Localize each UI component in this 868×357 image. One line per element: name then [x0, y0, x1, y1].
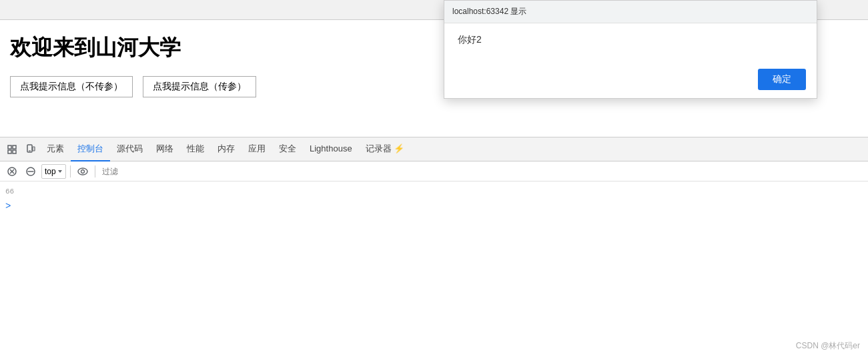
alert-footer: 确定 — [444, 63, 817, 98]
alert-body: 你好2 — [444, 23, 817, 63]
line-number: 66 — [5, 186, 25, 198]
tab-performance[interactable]: 性能 — [180, 137, 211, 161]
svg-rect-2 — [8, 150, 11, 153]
tab-security[interactable]: 安全 — [272, 137, 303, 161]
filter-input[interactable] — [99, 165, 153, 177]
console-line-66: 66 — [0, 184, 868, 199]
eye-icon[interactable] — [75, 163, 91, 180]
alert-dialog: localhost:63342 显示 你好2 确定 — [444, 0, 817, 99]
devtools-device-icon[interactable] — [21, 140, 40, 159]
tab-memory[interactable]: 内存 — [211, 137, 242, 161]
svg-rect-1 — [13, 145, 16, 149]
tab-recorder[interactable]: 记录器 ⚡ — [359, 137, 412, 161]
alert-header: localhost:63342 显示 — [444, 1, 817, 23]
tab-elements[interactable]: 元素 — [40, 137, 71, 161]
svg-rect-3 — [13, 150, 16, 153]
console-block-icon[interactable] — [23, 163, 39, 180]
svg-rect-0 — [8, 145, 11, 149]
tab-application[interactable]: 应用 — [242, 137, 272, 161]
svg-marker-12 — [58, 170, 62, 173]
context-label: top — [45, 167, 56, 176]
no-param-button[interactable]: 点我提示信息（不传参） — [10, 76, 133, 97]
with-param-button[interactable]: 点我提示信息（传参） — [143, 76, 256, 97]
console-clear-button[interactable] — [4, 163, 20, 180]
console-prompt-symbol: > — [5, 200, 15, 212]
tab-console[interactable]: 控制台 — [71, 137, 110, 161]
svg-rect-6 — [33, 147, 35, 151]
toolbar-divider2 — [95, 165, 95, 177]
devtools-inspect-icon[interactable] — [3, 140, 21, 159]
devtools-tabs-bar: 元素 控制台 源代码 网络 性能 内存 应用 安全 Lighthouse 记录器… — [0, 137, 868, 161]
alert-ok-button[interactable]: 确定 — [758, 69, 806, 90]
devtools-panel: 元素 控制台 源代码 网络 性能 内存 应用 安全 Lighthouse 记录器… — [0, 137, 868, 328]
context-selector[interactable]: top — [41, 164, 66, 179]
console-prompt-line: > — [0, 199, 868, 214]
console-toolbar: top — [0, 161, 868, 182]
tab-lighthouse[interactable]: Lighthouse — [303, 137, 359, 161]
tab-sources[interactable]: 源代码 — [110, 137, 149, 161]
csdn-watermark: CSDN @林代码er — [796, 340, 860, 352]
alert-message: 你好2 — [458, 34, 803, 46]
tab-network[interactable]: 网络 — [149, 137, 180, 161]
svg-point-14 — [81, 169, 84, 173]
toolbar-divider — [70, 165, 71, 177]
console-output: 66 > — [0, 182, 868, 328]
alert-host: localhost:63342 显示 — [452, 6, 526, 17]
svg-point-13 — [78, 168, 87, 175]
